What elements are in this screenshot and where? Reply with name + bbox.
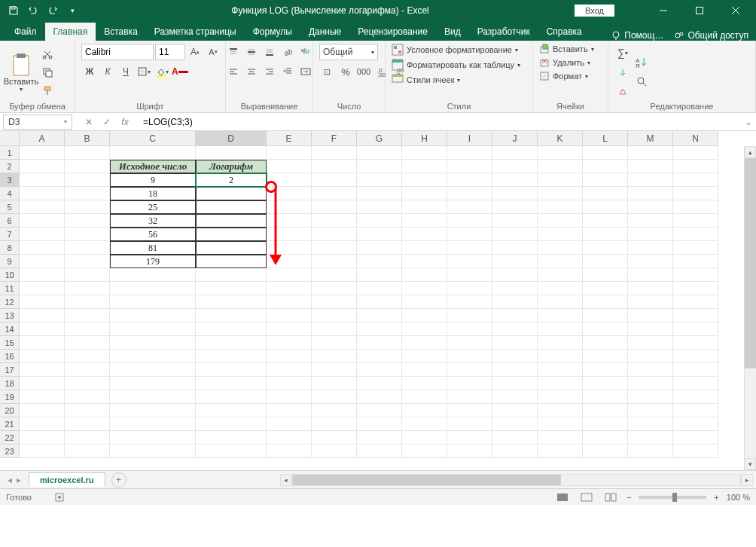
cell-G17[interactable] (357, 363, 402, 377)
format-as-table-button[interactable]: Форматировать как таблицу▾ (392, 59, 520, 71)
cell-K21[interactable] (538, 417, 583, 431)
cell-A8[interactable] (20, 241, 65, 255)
row-header-15[interactable]: 15 (0, 336, 20, 350)
cell-J11[interactable] (492, 282, 538, 295)
cell-I21[interactable] (447, 417, 492, 431)
align-left-icon[interactable] (225, 63, 242, 80)
cell-H13[interactable] (402, 309, 447, 322)
spreadsheet-grid[interactable]: ABCDEFGHIJKLMN 1234567891011121314151617… (0, 131, 756, 470)
cell-A17[interactable] (20, 363, 65, 377)
cell-C3[interactable]: 9 (110, 173, 196, 187)
cell-L19[interactable] (583, 390, 628, 404)
align-right-icon[interactable] (261, 63, 278, 80)
undo-icon[interactable] (24, 2, 42, 20)
font-size-combo[interactable] (155, 44, 185, 60)
cell-H9[interactable] (402, 255, 447, 268)
cell-B15[interactable] (65, 336, 110, 350)
row-header-1[interactable]: 1 (0, 146, 20, 160)
cell-K9[interactable] (538, 255, 583, 268)
align-middle-icon[interactable] (243, 44, 260, 60)
cell-C15[interactable] (110, 336, 196, 350)
cell-N17[interactable] (673, 363, 718, 377)
scroll-up-icon[interactable]: ▴ (745, 146, 756, 158)
cell-H12[interactable] (402, 295, 447, 309)
cell-A20[interactable] (20, 404, 65, 417)
cell-F22[interactable] (312, 431, 357, 445)
tab-help[interactable]: Справка (538, 23, 590, 41)
cell-I23[interactable] (447, 445, 492, 458)
cell-A5[interactable] (20, 200, 65, 214)
row-header-3[interactable]: 3 (0, 173, 20, 187)
cell-K1[interactable] (538, 146, 583, 160)
scroll-right-icon[interactable]: ▸ (741, 474, 753, 486)
cell-A22[interactable] (20, 431, 65, 445)
cell-L16[interactable] (583, 350, 628, 363)
cell-H22[interactable] (402, 431, 447, 445)
cell-L7[interactable] (583, 228, 628, 241)
cell-K15[interactable] (538, 336, 583, 350)
sort-filter-icon[interactable]: AЯ (634, 54, 651, 71)
cell-N23[interactable] (673, 445, 718, 458)
number-format-combo[interactable]: Общий▾ (319, 44, 378, 60)
cell-N19[interactable] (673, 390, 718, 404)
cell-L8[interactable] (583, 241, 628, 255)
cell-E21[interactable] (267, 417, 312, 431)
cell-H7[interactable] (402, 228, 447, 241)
cell-K17[interactable] (538, 363, 583, 377)
underline-button[interactable]: Ч (117, 63, 134, 80)
cell-A21[interactable] (20, 417, 65, 431)
scroll-down-icon[interactable]: ▾ (745, 458, 756, 470)
cell-J15[interactable] (492, 336, 538, 350)
tab-insert[interactable]: Вставка (96, 23, 146, 41)
sheet-nav-prev-icon[interactable]: ◂ (8, 475, 12, 485)
cell-K18[interactable] (538, 377, 583, 390)
cell-M20[interactable] (628, 404, 673, 417)
cell-A3[interactable] (20, 173, 65, 187)
cell-B2[interactable] (65, 160, 110, 173)
select-all-corner[interactable] (0, 131, 20, 146)
cell-H5[interactable] (402, 200, 447, 214)
cell-B21[interactable] (65, 417, 110, 431)
format-cells-button[interactable]: Формат▾ (539, 71, 588, 81)
cell-E10[interactable] (267, 268, 312, 282)
cell-C7[interactable]: 56 (110, 228, 196, 241)
italic-button[interactable]: К (99, 63, 116, 80)
cell-D11[interactable] (196, 282, 267, 295)
maximize-icon[interactable] (682, 0, 717, 21)
cell-N2[interactable] (673, 160, 718, 173)
merge-cells-icon[interactable] (297, 63, 314, 80)
tab-file[interactable]: Файл (6, 23, 45, 41)
cell-G15[interactable] (357, 336, 402, 350)
row-header-14[interactable]: 14 (0, 322, 20, 336)
cell-E18[interactable] (267, 377, 312, 390)
cell-J2[interactable] (492, 160, 538, 173)
cell-I15[interactable] (447, 336, 492, 350)
cell-N18[interactable] (673, 377, 718, 390)
cell-B12[interactable] (65, 295, 110, 309)
cell-J12[interactable] (492, 295, 538, 309)
cell-I6[interactable] (447, 214, 492, 228)
tab-review[interactable]: Рецензирование (349, 23, 436, 41)
cell-L9[interactable] (583, 255, 628, 268)
cell-H11[interactable] (402, 282, 447, 295)
cell-H1[interactable] (402, 146, 447, 160)
cell-B19[interactable] (65, 390, 110, 404)
share-button[interactable]: Общий доступ (674, 30, 748, 41)
cell-J16[interactable] (492, 350, 538, 363)
cell-C9[interactable]: 179 (110, 255, 196, 268)
cell-J1[interactable] (492, 146, 538, 160)
cell-G8[interactable] (357, 241, 402, 255)
row-header-22[interactable]: 22 (0, 431, 20, 445)
cell-H3[interactable] (402, 173, 447, 187)
cell-M1[interactable] (628, 146, 673, 160)
column-header-A[interactable]: A (20, 131, 65, 146)
cell-D3[interactable]: 2 (196, 173, 267, 187)
column-header-J[interactable]: J (492, 131, 538, 146)
cell-M2[interactable] (628, 160, 673, 173)
cell-C21[interactable] (110, 417, 196, 431)
cell-L13[interactable] (583, 309, 628, 322)
cell-I17[interactable] (447, 363, 492, 377)
paste-button[interactable]: Вставить ▾ (6, 53, 36, 93)
column-header-N[interactable]: N (673, 131, 718, 146)
add-sheet-icon[interactable]: + (111, 472, 127, 487)
